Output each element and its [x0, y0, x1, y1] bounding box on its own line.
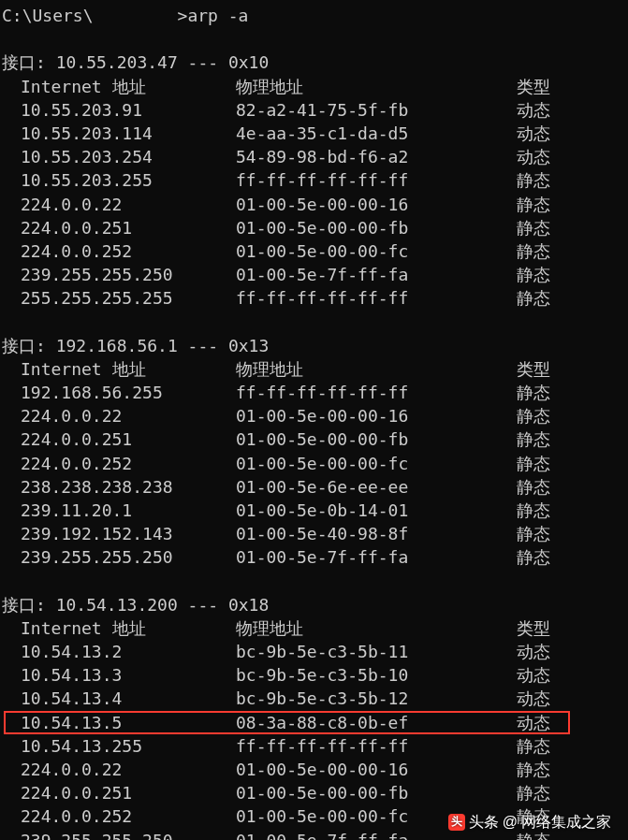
prompt-suffix: >	[178, 4, 188, 27]
arp-mac: bc-9b-5e-c3-5b-12	[236, 687, 517, 710]
arp-mac: 01-00-5e-6e-ee-ee	[236, 475, 517, 499]
arp-entry: 239.255.255.25001-00-5e-7f-ff-fa静态	[2, 263, 626, 286]
watermark-prefix: 头条	[469, 812, 499, 833]
arp-mac: 01-00-5e-00-00-16	[236, 193, 517, 216]
arp-type: 动态	[517, 663, 550, 687]
arp-ip: 238.238.238.238	[21, 475, 236, 499]
arp-entry: 10.54.13.255ff-ff-ff-ff-ff-ff静态	[2, 734, 626, 758]
arp-type: 静态	[517, 499, 550, 522]
arp-type: 静态	[517, 427, 550, 451]
arp-ip: 10.55.203.114	[21, 122, 236, 145]
arp-entry: 255.255.255.255ff-ff-ff-ff-ff-ff静态	[2, 286, 626, 310]
arp-ip: 10.54.13.4	[21, 687, 236, 710]
col-header-type: 类型	[517, 357, 550, 381]
arp-mac: 01-00-5e-7f-ff-fa	[236, 545, 517, 569]
arp-type: 静态	[517, 452, 550, 475]
col-header-type: 类型	[517, 616, 550, 640]
arp-entry: 224.0.0.25101-00-5e-00-00-fb静态	[2, 427, 626, 451]
col-header-ip: Internet 地址	[21, 75, 236, 98]
arp-type: 静态	[517, 758, 550, 781]
arp-ip: 255.255.255.255	[21, 286, 236, 310]
arp-entry: 224.0.0.25101-00-5e-00-00-fb静态	[2, 781, 626, 804]
col-header-type: 类型	[517, 75, 550, 98]
watermark: 头 头条 @ 网络集成之家	[448, 812, 611, 833]
arp-ip: 224.0.0.251	[21, 781, 236, 804]
blank-line	[2, 27, 626, 51]
column-headers: Internet 地址物理地址类型	[2, 357, 626, 381]
arp-mac: 01-00-5e-00-00-fc	[236, 452, 517, 475]
interface-ip: 10.54.13.200	[56, 593, 188, 616]
arp-ip: 239.255.255.250	[21, 545, 236, 569]
arp-entry: 192.168.56.255ff-ff-ff-ff-ff-ff静态	[2, 381, 626, 404]
interface-ip: 10.55.203.47	[56, 51, 188, 74]
arp-mac: 54-89-98-bd-f6-a2	[236, 145, 517, 168]
interface-ip: 192.168.56.1	[56, 334, 188, 357]
arp-type: 静态	[517, 239, 550, 263]
arp-mac: 01-00-5e-40-98-8f	[236, 522, 517, 545]
arp-ip: 224.0.0.252	[21, 452, 236, 475]
arp-entry: 10.54.13.3bc-9b-5e-c3-5b-10动态	[2, 663, 626, 687]
arp-ip: 224.0.0.22	[21, 193, 236, 216]
arp-entry: 10.55.203.9182-a2-41-75-5f-fb动态	[2, 98, 626, 122]
arp-mac: 01-00-5e-0b-14-01	[236, 499, 517, 522]
arp-ip: 10.54.13.2	[21, 640, 236, 663]
arp-type: 动态	[517, 711, 550, 734]
arp-entry: 239.192.152.14301-00-5e-40-98-8f静态	[2, 522, 626, 545]
watermark-author: 网络集成之家	[521, 812, 611, 833]
arp-mac: 01-00-5e-00-00-fb	[236, 427, 517, 451]
arp-mac: bc-9b-5e-c3-5b-10	[236, 663, 517, 687]
interface-label: 接口:	[2, 51, 56, 74]
arp-type: 静态	[517, 216, 550, 239]
arp-ip: 224.0.0.22	[21, 758, 236, 781]
arp-type: 静态	[517, 193, 550, 216]
interface-hexid: 0x10	[228, 51, 269, 74]
arp-entry: 224.0.0.2201-00-5e-00-00-16静态	[2, 404, 626, 427]
arp-ip: 224.0.0.251	[21, 427, 236, 451]
arp-type: 静态	[517, 263, 550, 286]
arp-type: 动态	[517, 98, 550, 122]
interface-label: 接口:	[2, 593, 56, 616]
arp-mac: 01-00-5e-00-00-16	[236, 758, 517, 781]
col-header-ip: Internet 地址	[21, 616, 236, 640]
arp-ip: 192.168.56.255	[21, 381, 236, 404]
arp-type: 静态	[517, 381, 550, 404]
arp-ip: 224.0.0.252	[21, 804, 236, 828]
arp-type: 动态	[517, 122, 550, 145]
arp-mac: ff-ff-ff-ff-ff-ff	[236, 734, 517, 758]
command-text: arp -a	[187, 4, 248, 27]
prompt-prefix: C:\Users\	[2, 4, 94, 27]
arp-mac: 01-00-5e-7f-ff-fa	[236, 263, 517, 286]
arp-mac: ff-ff-ff-ff-ff-ff	[236, 168, 517, 192]
arp-ip: 10.55.203.255	[21, 168, 236, 192]
terminal-output: C:\Users\>arp -a 接口: 10.55.203.47 --- 0x…	[0, 0, 628, 840]
arp-type: 静态	[517, 545, 550, 569]
arp-entry: 239.255.255.25001-00-5e-7f-ff-fa静态	[2, 545, 626, 569]
arp-ip: 10.54.13.255	[21, 734, 236, 758]
username-redacted	[94, 4, 178, 21]
arp-entry: 10.54.13.508-3a-88-c8-0b-ef动态	[2, 711, 626, 734]
arp-mac: 82-a2-41-75-5f-fb	[236, 98, 517, 122]
arp-mac: ff-ff-ff-ff-ff-ff	[236, 381, 517, 404]
arp-type: 静态	[517, 475, 550, 499]
col-header-ip: Internet 地址	[21, 357, 236, 381]
arp-ip: 239.11.20.1	[21, 499, 236, 522]
arp-mac: 01-00-5e-00-00-fc	[236, 239, 517, 263]
blank-line	[2, 570, 626, 593]
col-header-mac: 物理地址	[236, 75, 517, 98]
arp-mac: 4e-aa-35-c1-da-d5	[236, 122, 517, 145]
interface-sep: ---	[188, 334, 228, 357]
arp-type: 静态	[517, 168, 550, 192]
arp-entry: 238.238.238.23801-00-5e-6e-ee-ee静态	[2, 475, 626, 499]
arp-mac: 01-00-5e-00-00-16	[236, 404, 517, 427]
arp-type: 静态	[517, 404, 550, 427]
arp-type: 动态	[517, 640, 550, 663]
arp-ip: 224.0.0.251	[21, 216, 236, 239]
arp-entry: 224.0.0.2201-00-5e-00-00-16静态	[2, 193, 626, 216]
arp-entry: 224.0.0.25201-00-5e-00-00-fc静态	[2, 452, 626, 475]
arp-ip: 10.54.13.5	[21, 711, 236, 734]
arp-ip: 10.55.203.91	[21, 98, 236, 122]
arp-ip: 224.0.0.252	[21, 239, 236, 263]
arp-entry: 10.54.13.2bc-9b-5e-c3-5b-11动态	[2, 640, 626, 663]
col-header-mac: 物理地址	[236, 357, 517, 381]
arp-type: 动态	[517, 687, 550, 710]
